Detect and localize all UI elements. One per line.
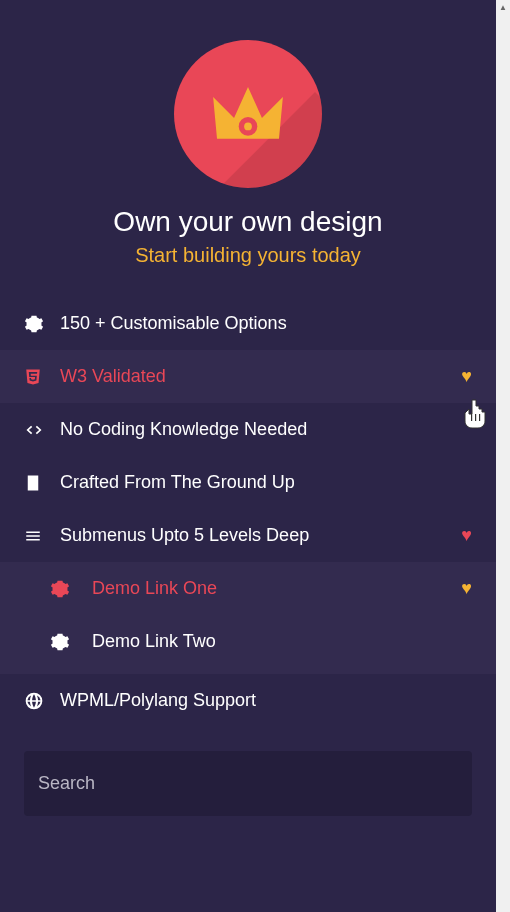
scrollbar[interactable]: ▲ [496,0,510,912]
menu-item-w3validated[interactable]: W3 Validated ♥ [0,350,496,403]
code-icon [24,420,60,440]
menu-item-wpml[interactable]: WPML/Polylang Support [0,674,496,727]
svg-point-1 [244,123,252,131]
menu-label: WPML/Polylang Support [60,690,472,711]
gears-icon [50,579,92,599]
gears-icon [50,632,92,652]
main-menu: 150 + Customisable Options W3 Validated … [0,297,496,562]
submenu-label: Demo Link Two [92,631,472,652]
heart-icon: ♥ [461,366,472,387]
search-input[interactable] [38,773,458,794]
menu-item-customisable[interactable]: 150 + Customisable Options [0,297,496,350]
menu-label: Submenus Upto 5 Levels Deep [60,525,461,546]
crown-icon [207,83,289,145]
submenu-item-demo-one[interactable]: Demo Link One ♥ [0,562,496,615]
menu-item-crafted[interactable]: Crafted From The Ground Up [0,456,496,509]
main-menu-continued: WPML/Polylang Support [0,674,496,727]
menu-item-nocoding[interactable]: No Coding Knowledge Needed [0,403,496,456]
css3-icon [24,368,60,386]
menu-label: No Coding Knowledge Needed [60,419,472,440]
hero: Own your own design Start building yours… [0,0,496,297]
logo-circle [174,40,322,188]
scroll-up-arrow[interactable]: ▲ [496,0,510,14]
heart-icon: ♥ [461,525,472,546]
heart-icon: ♥ [461,578,472,599]
submenu: Demo Link One ♥ Demo Link Two [0,562,496,674]
bars-icon [24,527,60,545]
gears-icon [24,314,60,334]
submenu-label: Demo Link One [92,578,461,599]
menu-label: Crafted From The Ground Up [60,472,472,493]
hero-subtitle: Start building yours today [0,244,496,267]
search-box[interactable] [24,751,472,816]
menu-item-submenus[interactable]: Submenus Upto 5 Levels Deep ♥ [0,509,496,562]
building-icon [24,474,60,492]
submenu-item-demo-two[interactable]: Demo Link Two [0,615,496,668]
menu-label: 150 + Customisable Options [60,313,472,334]
menu-label: W3 Validated [60,366,461,387]
globe-icon [24,691,60,711]
hero-title: Own your own design [0,206,496,238]
